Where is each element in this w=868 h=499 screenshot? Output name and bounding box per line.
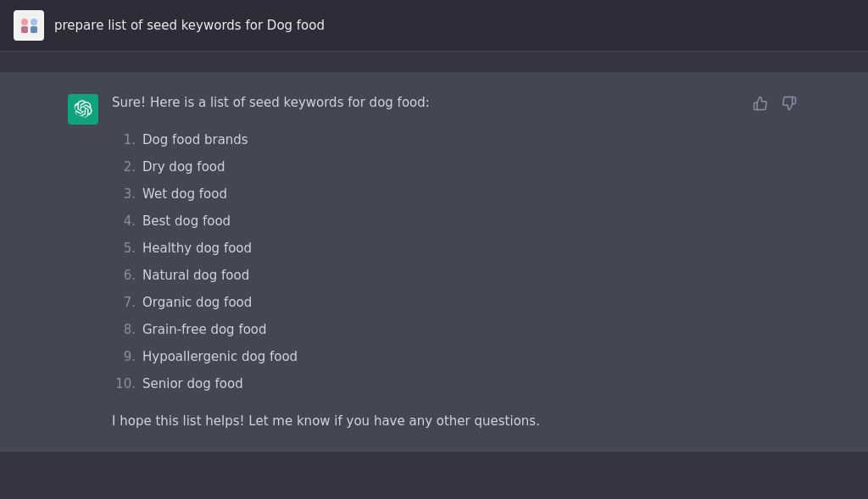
chatgpt-avatar [68,94,98,125]
message-actions [749,92,800,114]
keyword-text: Hypoallergenic dog food [142,347,298,367]
keyword-list-item: 1.Dog food brands [112,126,800,153]
keyword-number: 8. [112,319,136,340]
keyword-text: Senior dog food [142,374,243,394]
svg-rect-4 [31,26,37,33]
keyword-text: Dry dog food [142,157,225,177]
keyword-text: Healthy dog food [142,238,252,258]
keyword-text: Wet dog food [142,184,227,204]
keyword-list-item: 2.Dry dog food [112,153,800,180]
keyword-list-item: 4.Best dog food [112,208,800,235]
chat-container: Sure! Here is a list of seed keywords fo… [0,52,868,472]
keyword-list-item: 8.Grain-free dog food [112,316,800,343]
keyword-text: Natural dog food [142,265,249,286]
keyword-number: 1. [112,130,136,150]
keyword-number: 2. [112,157,136,177]
keyword-number: 5. [112,238,136,258]
keyword-list-item: 3.Wet dog food [112,180,800,208]
keyword-number: 4. [112,211,136,231]
keyword-number: 7. [112,292,136,313]
thumbs-down-icon [782,96,797,111]
keyword-text: Organic dog food [142,292,252,313]
keyword-list: 1.Dog food brands2.Dry dog food3.Wet dog… [112,126,800,397]
assistant-message: Sure! Here is a list of seed keywords fo… [0,72,868,452]
svg-rect-0 [17,14,41,37]
header: prepare list of seed keywords for Dog fo… [0,0,868,52]
keyword-text: Best dog food [142,211,231,231]
header-avatar [14,10,44,41]
keyword-text: Dog food brands [142,130,248,150]
thumbs-down-button[interactable] [778,92,800,114]
keyword-list-item: 5.Healthy dog food [112,235,800,262]
svg-rect-2 [21,26,28,33]
header-title: prepare list of seed keywords for Dog fo… [54,18,325,33]
keyword-list-item: 6.Natural dog food [112,262,800,289]
chatgpt-logo-icon [74,100,92,119]
keyword-number: 10. [112,374,136,394]
thumbs-up-button[interactable] [749,92,771,114]
message-content: Sure! Here is a list of seed keywords fo… [112,92,800,431]
keyword-text: Grain-free dog food [142,319,267,340]
thumbs-up-icon [753,96,768,111]
keyword-list-item: 9.Hypoallergenic dog food [112,343,800,370]
keyword-number: 6. [112,265,136,286]
keyword-list-item: 7.Organic dog food [112,289,800,316]
keyword-number: 9. [112,347,136,367]
closing-text: I hope this list helps! Let me know if y… [112,411,800,431]
intro-text: Sure! Here is a list of seed keywords fo… [112,92,800,113]
svg-point-3 [31,19,37,25]
svg-point-1 [21,19,28,25]
keyword-list-item: 10.Senior dog food [112,370,800,397]
keyword-number: 3. [112,184,136,204]
